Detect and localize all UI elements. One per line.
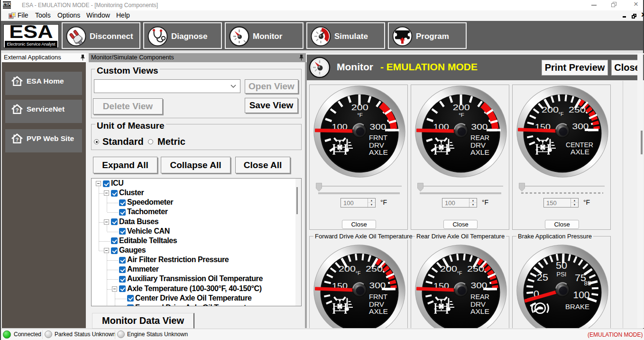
svg-text:ESA: ESA — [3, 2, 11, 7]
svg-text:25: 25 — [537, 272, 548, 283]
svg-text:300: 300 — [369, 281, 386, 290]
svg-text:200: 200 — [339, 264, 356, 274]
svg-text:°F: °F — [559, 111, 564, 117]
svg-text:REAR: REAR — [470, 293, 489, 301]
svg-text:300: 300 — [471, 281, 488, 290]
svg-text:°F: °F — [459, 112, 464, 118]
svg-text:PSI: PSI — [557, 271, 567, 278]
svg-text:?: ? — [16, 137, 19, 142]
svg-text:DRV: DRV — [470, 301, 486, 308]
svg-text:85: 85 — [584, 280, 591, 287]
svg-text:°F: °F — [457, 270, 462, 276]
svg-text:100: 100 — [573, 289, 590, 300]
svg-text:300: 300 — [572, 122, 589, 131]
svg-text:200: 200 — [440, 264, 457, 274]
svg-text:°F: °F — [356, 270, 361, 276]
svg-text:DRV: DRV — [470, 142, 486, 149]
svg-text:REAR: REAR — [470, 134, 489, 142]
svg-text:AXLE: AXLE — [369, 308, 388, 315]
svg-text:BRAKE: BRAKE — [565, 302, 589, 311]
svg-text:200: 200 — [351, 103, 368, 112]
svg-text:300: 300 — [370, 123, 386, 132]
svg-text:AXLE: AXLE — [470, 149, 489, 156]
svg-text:CENTER: CENTER — [566, 141, 593, 149]
svg-text:AXLE: AXLE — [369, 149, 388, 156]
svg-text:250: 250 — [467, 264, 484, 274]
svg-text:AXLE: AXLE — [470, 308, 489, 315]
svg-text:°F: °F — [357, 112, 363, 118]
svg-text:FRNT: FRNT — [369, 293, 387, 301]
svg-text:DRV: DRV — [369, 142, 384, 149]
svg-text:200: 200 — [453, 103, 470, 112]
svg-text:300: 300 — [471, 123, 488, 132]
svg-text:250: 250 — [366, 264, 383, 274]
svg-text:200: 200 — [542, 105, 559, 114]
svg-text:250: 250 — [569, 105, 586, 114]
svg-text:AXLE: AXLE — [570, 148, 589, 156]
svg-text:?: ? — [16, 79, 19, 85]
svg-text:DRV: DRV — [369, 301, 384, 308]
svg-text:50: 50 — [556, 260, 567, 271]
svg-text:FRNT: FRNT — [369, 134, 387, 142]
svg-text:?: ? — [16, 107, 19, 113]
